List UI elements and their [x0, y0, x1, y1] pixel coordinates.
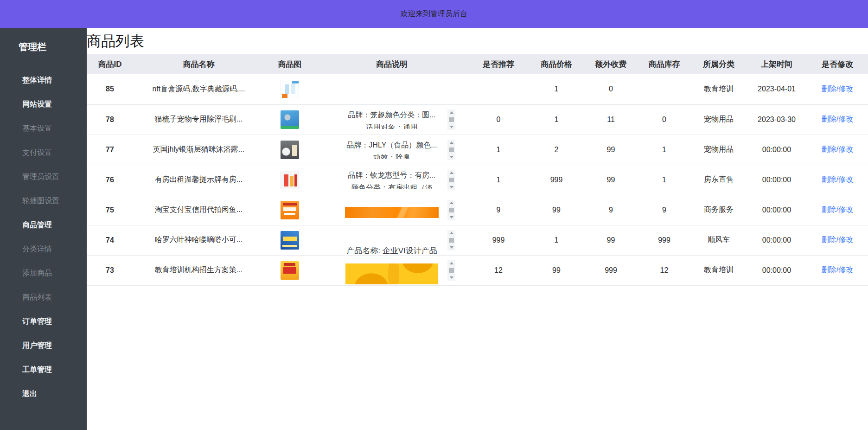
- product-id-cell: 73: [87, 255, 133, 285]
- sidebar-item-product-management[interactable]: 商品管理: [0, 213, 87, 237]
- scroll-thumb[interactable]: [449, 238, 454, 243]
- table-row: 76有房出租温馨提示牌有房...品牌：钦龙惠型号：有房...颜色分类：有房出租（…: [87, 165, 868, 195]
- orange-banner-image: [345, 207, 439, 218]
- scroll-down-arrow-icon[interactable]: [450, 126, 453, 128]
- scroll-thumb[interactable]: [449, 268, 454, 273]
- sidebar-title: 管理栏: [19, 41, 87, 53]
- product-description-cell: 品牌：JHLY（食品）颜色...功效：除臭: [315, 135, 468, 165]
- column-header-1: 商品名称: [133, 54, 264, 74]
- price-cell: 999: [529, 165, 584, 195]
- description-line: 功效：除臭: [334, 151, 450, 159]
- sidebar-item-site-settings[interactable]: 网站设置: [0, 92, 87, 116]
- description-scrollbar[interactable]: [447, 260, 455, 281]
- delete-modify-link[interactable]: 删除/修改: [822, 205, 853, 213]
- category-cell: 宠物用品: [691, 104, 747, 135]
- product-id-cell: 75: [87, 195, 133, 225]
- scroll-down-arrow-icon[interactable]: [450, 156, 453, 158]
- sidebar-item-overview[interactable]: 整体详情: [0, 68, 87, 92]
- sidebar-item-logout[interactable]: 退出: [0, 382, 87, 406]
- product-id-cell: 77: [87, 135, 133, 165]
- action-cell: 删除/修改: [807, 104, 868, 135]
- time-cell: 00:00:00: [747, 255, 807, 285]
- product-name-cell: 哈罗六叶神哈喽嘀嗒小可...: [133, 225, 264, 255]
- recommend-cell: 1: [468, 135, 529, 165]
- time-cell: 2023-04-01: [747, 74, 807, 104]
- description-line: 适用对象：通用: [334, 121, 450, 129]
- scroll-thumb[interactable]: [449, 178, 454, 182]
- top-banner: 欢迎来到管理员后台: [0, 0, 868, 28]
- stock-cell: 999: [638, 225, 691, 255]
- description-scrollbar[interactable]: [447, 109, 455, 130]
- price-cell: 2: [529, 135, 584, 165]
- scroll-up-arrow-icon[interactable]: [450, 141, 453, 144]
- product-name-cell: 有房出租温馨提示牌有房...: [133, 165, 264, 195]
- product-description-cell: 产品名称: 企业VI设计产品: [315, 225, 468, 255]
- table-row: 78猫梳子宠物专用除浮毛刷...品牌：笼趣颜色分类：圆...适用对象：通用011…: [87, 104, 868, 135]
- scroll-thumb[interactable]: [449, 148, 454, 152]
- recommend-cell: 0: [468, 104, 529, 135]
- product-name-cell: 英国jhly银渐层猫咪沐浴露...: [133, 135, 264, 165]
- sidebar-item-order-management[interactable]: 订单管理: [0, 309, 87, 334]
- product-name-cell: nft盲盒源码,数字典藏源码,...: [133, 74, 264, 104]
- recommend-cell: 12: [468, 255, 529, 285]
- delete-modify-link[interactable]: 删除/修改: [822, 236, 853, 244]
- scroll-thumb[interactable]: [449, 208, 454, 212]
- scroll-up-arrow-icon[interactable]: [450, 172, 453, 174]
- description-scrollbar[interactable]: [447, 140, 455, 160]
- sidebar-item-carousel-settings[interactable]: 轮播图设置: [0, 189, 87, 213]
- description-scrollbar[interactable]: [447, 200, 455, 220]
- scroll-down-arrow-icon[interactable]: [450, 246, 453, 249]
- stock-cell: 9: [638, 195, 691, 225]
- scroll-up-arrow-icon[interactable]: [450, 111, 453, 114]
- product-image-cell: [264, 135, 315, 165]
- time-cell: 00:00:00: [747, 165, 807, 195]
- scroll-down-arrow-icon[interactable]: [450, 216, 453, 218]
- sidebar-item-payment-settings[interactable]: 支付设置: [0, 141, 87, 165]
- scroll-up-arrow-icon[interactable]: [450, 202, 453, 204]
- description-scrollbar[interactable]: [447, 170, 455, 190]
- sidebar-item-product-list[interactable]: 商品列表: [0, 285, 87, 309]
- time-cell: 2023-03-30: [747, 104, 807, 135]
- column-header-5: 商品价格: [529, 54, 584, 74]
- product-name-cell: 淘宝支付宝信用代拍闲鱼...: [133, 195, 264, 225]
- page-title: 商品列表: [87, 28, 868, 54]
- sidebar-item-add-product[interactable]: 添加商品: [0, 261, 87, 285]
- sidebar-item-ticket-management[interactable]: 工单管理: [0, 358, 87, 382]
- scroll-down-arrow-icon[interactable]: [450, 186, 453, 188]
- column-header-2: 商品图: [264, 54, 315, 74]
- stock-cell: 12: [638, 255, 691, 285]
- column-header-9: 上架时间: [747, 54, 807, 74]
- product-image-cell: [264, 74, 315, 104]
- product-name-cell: 猫梳子宠物专用除浮毛刷...: [133, 104, 264, 135]
- table-row: 73教育培训机构招生方案策...129999912教育培训00:00:00删除/…: [87, 255, 868, 285]
- sidebar-item-basic-settings[interactable]: 基本设置: [0, 116, 87, 141]
- action-cell: 删除/修改: [807, 165, 868, 195]
- sidebar-item-user-management[interactable]: 用户管理: [0, 334, 87, 358]
- category-cell: 顺风车: [691, 225, 747, 255]
- extra-fee-cell: 99: [584, 165, 638, 195]
- product-id-cell: 74: [87, 225, 133, 255]
- scroll-thumb[interactable]: [449, 117, 454, 122]
- scroll-down-arrow-icon[interactable]: [450, 276, 453, 279]
- delete-modify-link[interactable]: 删除/修改: [822, 115, 853, 123]
- column-header-10: 是否修改: [807, 54, 868, 74]
- product-id-cell: 85: [87, 74, 133, 104]
- product-description-cell: [315, 255, 468, 285]
- time-cell: 00:00:00: [747, 195, 807, 225]
- extra-fee-cell: 999: [584, 255, 638, 285]
- scroll-up-arrow-icon[interactable]: [450, 232, 453, 234]
- delete-modify-link[interactable]: 删除/修改: [822, 145, 853, 153]
- rental-sign-image: [281, 171, 299, 189]
- sidebar-item-category-detail[interactable]: 分类详情: [0, 237, 87, 261]
- product-image-cell: [264, 225, 315, 255]
- delete-modify-link[interactable]: 删除/修改: [822, 175, 853, 183]
- time-cell: 00:00:00: [747, 225, 807, 255]
- scroll-up-arrow-icon[interactable]: [450, 262, 453, 264]
- delete-modify-link[interactable]: 删除/修改: [822, 85, 853, 93]
- description-line: 品牌：钦龙惠型号：有房...: [334, 169, 450, 181]
- description-scrollbar[interactable]: [447, 230, 455, 250]
- sidebar-item-admin-settings[interactable]: 管理员设置: [0, 165, 87, 189]
- sidebar: 管理栏 整体详情网站设置基本设置支付设置管理员设置轮播图设置商品管理分类详情添加…: [0, 28, 87, 430]
- delete-modify-link[interactable]: 删除/修改: [822, 266, 853, 274]
- product-description-cell: 品牌：钦龙惠型号：有房...颜色分类：有房出租（淡: [315, 165, 468, 195]
